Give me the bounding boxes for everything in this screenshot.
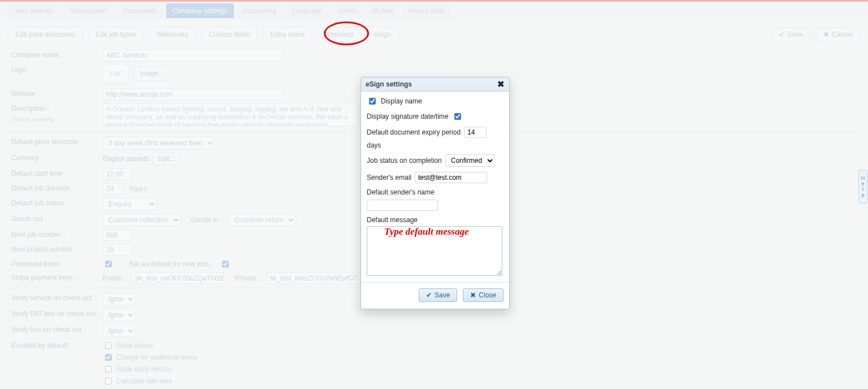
- prioritised-default-checkbox[interactable]: [222, 261, 229, 267]
- help-strip[interactable]: Help: [858, 170, 867, 204]
- subtab-job-types[interactable]: Edit job types: [88, 27, 144, 42]
- dialog-save-button[interactable]: ✔Save: [419, 288, 457, 302]
- display-date-row[interactable]: Display signature date/time: [367, 111, 504, 122]
- sender-name-input[interactable]: [367, 200, 438, 211]
- job-status-select[interactable]: Enquiry: [103, 198, 157, 210]
- job-duration-input[interactable]: [103, 183, 123, 194]
- logo-text: ABC: [108, 69, 124, 78]
- display-name-row[interactable]: Display name: [367, 96, 504, 106]
- display-name-label: Display name: [381, 97, 422, 105]
- tab-import-data[interactable]: Import data: [402, 3, 450, 18]
- expiry-label: Default document expiry period: [367, 128, 461, 136]
- description-label: Description :Used for marketing: [11, 103, 103, 124]
- currency-value: English pounds: [103, 155, 149, 163]
- price-structure-label: Default price structure :: [11, 137, 103, 147]
- tab-company-settings[interactable]: Company settings: [166, 3, 234, 18]
- goods-out-label: Goods out :: [11, 214, 103, 224]
- enabled-option[interactable]: Calculate late fees: [103, 376, 276, 386]
- sender-email-label: Sender's email: [367, 174, 411, 181]
- tab-your-settings[interactable]: Your settings: [8, 3, 60, 18]
- website-input[interactable]: [103, 89, 284, 100]
- verify-service-select[interactable]: Ignore: [103, 293, 136, 305]
- prioritised-label: Prioritised items :: [11, 259, 103, 269]
- tab-accounting[interactable]: Accounting: [236, 3, 283, 18]
- dialog-save-label: Save: [435, 291, 450, 299]
- verify-test-select[interactable]: Ignore: [103, 325, 136, 337]
- enabled-option-label: Allow extras: [116, 342, 153, 349]
- tab-subscription[interactable]: Subscription: [63, 3, 114, 18]
- expiry-input[interactable]: [464, 127, 487, 138]
- job-duration-label: Default job duration :: [11, 183, 103, 193]
- start-time-label: Default start time :: [11, 168, 103, 179]
- prioritised-checkbox[interactable]: [105, 261, 112, 267]
- jobstatus-select[interactable]: Confirmed: [445, 154, 495, 167]
- subtab-extra-dates[interactable]: Extra dates: [263, 27, 312, 42]
- duration-unit: hours: [130, 185, 147, 193]
- subtab-webhooks[interactable]: Webhooks: [149, 27, 196, 42]
- start-time-input[interactable]: [103, 168, 132, 180]
- price-structure-select[interactable]: 3 day week (first weekend free): [103, 137, 215, 149]
- enabled-option[interactable]: Allow extras: [103, 340, 276, 351]
- description-textarea[interactable]: [103, 103, 358, 126]
- subtab-esign[interactable]: eSign: [366, 27, 398, 42]
- enabled-option-checkbox[interactable]: [105, 342, 112, 349]
- currency-label: Currency :: [11, 153, 103, 163]
- save-button[interactable]: ✔Save: [771, 27, 810, 42]
- display-date-checkbox[interactable]: [454, 113, 461, 120]
- display-date-label: Display signature date/time: [367, 113, 449, 120]
- dialog-close-button[interactable]: ✖Close: [463, 288, 504, 302]
- subtab-price-structures[interactable]: Edit price structures: [8, 27, 83, 42]
- logo-label: Logo :: [11, 64, 103, 75]
- tab-language[interactable]: Language: [285, 3, 329, 18]
- display-name-checkbox[interactable]: [369, 98, 376, 105]
- verify-pat-label: Verify PAT test on check out :: [11, 309, 103, 319]
- enabled-option-checkbox[interactable]: [105, 378, 112, 384]
- dialog-close-icon[interactable]: ✖: [497, 80, 505, 88]
- tab-all-files[interactable]: All files: [365, 3, 400, 18]
- save-button-label: Save: [787, 31, 802, 38]
- enabled-option[interactable]: Allow early returns: [103, 364, 276, 374]
- edit-currency-button[interactable]: Edit...: [153, 153, 180, 165]
- tab-documents[interactable]: Documents: [116, 3, 164, 18]
- enabled-option-checkbox[interactable]: [105, 366, 112, 373]
- verify-pat-select[interactable]: Ignore: [103, 309, 136, 321]
- image-button[interactable]: Image...: [133, 66, 170, 81]
- enabled-option[interactable]: Charge for additional items: [103, 352, 276, 362]
- sender-email-input[interactable]: [415, 172, 487, 183]
- check-icon: ✔: [426, 291, 432, 299]
- enabled-checkbox-list: Allow extrasCharge for additional itemsA…: [103, 340, 276, 390]
- goods-out-select[interactable]: Customer collection: [103, 214, 181, 226]
- default-message-textarea[interactable]: [367, 226, 502, 276]
- goods-in-label: Goods in :: [191, 216, 222, 224]
- cancel-button[interactable]: ✖Cancel: [816, 27, 860, 42]
- close-icon: ✖: [823, 31, 829, 38]
- next-job-input[interactable]: [103, 230, 132, 241]
- check-icon: ✔: [779, 31, 784, 38]
- company-name-input[interactable]: [103, 50, 284, 61]
- close-icon: ✖: [470, 291, 476, 299]
- next-project-input[interactable]: [103, 244, 132, 256]
- goods-in-select[interactable]: Customer return: [229, 214, 296, 226]
- next-job-label: Next job number :: [11, 230, 103, 240]
- stripe-public-input[interactable]: [132, 273, 228, 284]
- main-tabstrip: Your settings Subscription Documents Com…: [0, 0, 868, 19]
- enabled-option-checkbox[interactable]: [105, 354, 112, 361]
- enabled-option-label: Calculate late fees: [116, 377, 172, 385]
- tab-users[interactable]: Users: [332, 3, 363, 18]
- enabled-option-label: Charge for additional items: [116, 353, 197, 361]
- enabled-option-label: Allow early returns: [116, 365, 172, 373]
- description-hint: Used for marketing: [11, 116, 54, 122]
- orange-top-bar: [0, 0, 868, 2]
- next-project-label: Next project number :: [11, 244, 103, 254]
- sender-name-label: Default sender's name: [367, 188, 435, 196]
- subtab-webshop[interactable]: Webshop: [318, 27, 361, 42]
- default-message-label: Default message: [367, 216, 504, 224]
- jobstatus-label: Job status on completion: [367, 157, 442, 165]
- subtab-custom-fields[interactable]: Custom fields: [202, 27, 258, 42]
- dialog-title: eSign settings: [366, 80, 412, 88]
- expiry-unit: days: [367, 141, 381, 149]
- website-label: Website :: [11, 89, 103, 99]
- stripe-private-input[interactable]: [266, 273, 362, 284]
- stripe-private-label: Private :: [235, 274, 259, 282]
- company-name-label: Company name :: [11, 50, 103, 60]
